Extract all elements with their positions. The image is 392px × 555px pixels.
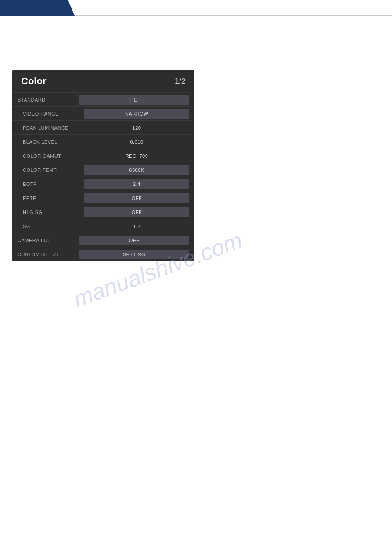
menu-row-value-container: 6500K: [84, 165, 189, 175]
menu-row[interactable]: COLOR TEMP.6500K: [12, 163, 194, 177]
menu-row[interactable]: VIDEO RANGENARROW: [12, 106, 194, 120]
menu-row-value[interactable]: REC. 709: [84, 153, 189, 159]
menu-row-label: COLOR TEMP.: [23, 167, 84, 173]
menu-row-label: BLACK LEVEL: [23, 139, 84, 145]
menu-row[interactable]: BLACK LEVEL0.010: [12, 134, 194, 149]
menu-row-value-container: NARROW: [84, 109, 189, 119]
menu-row-label: COLOR GAMUT: [23, 153, 84, 159]
menu-rows: STANDARDHDVIDEO RANGENARROWPEAK LUMINANC…: [12, 92, 194, 261]
menu-row-value-container: OFF: [79, 236, 189, 245]
menu-row-label: HLG SG: [23, 210, 84, 215]
menu-row-value-container: 120: [84, 125, 189, 131]
menu-row[interactable]: SG1.2: [12, 219, 194, 233]
menu-row-value-container: OFF: [84, 193, 189, 203]
menu-title: Color: [21, 76, 175, 87]
menu-row-label: STANDARD: [18, 97, 79, 102]
menu-row-value[interactable]: OFF: [79, 236, 189, 245]
menu-row-value-container: 2.4: [84, 179, 189, 189]
menu-row-label: EOTF: [23, 181, 84, 187]
menu-row-value-container: REC. 709: [84, 153, 189, 159]
menu-row-value[interactable]: 120: [84, 125, 189, 131]
menu-row-value[interactable]: 0.010: [84, 139, 189, 145]
menu-row-label: CUSTOM 3D LUT: [18, 252, 79, 257]
menu-row-label: CAMERA LUT: [18, 238, 79, 243]
menu-row-value[interactable]: 6500K: [84, 165, 189, 175]
menu-row-label: VIDEO RANGE: [23, 111, 84, 116]
menu-row-value[interactable]: 1.2: [84, 224, 189, 229]
menu-row-value-container: OFF: [84, 207, 189, 217]
menu-row-label: PEAK LUMINANCE: [23, 125, 84, 131]
menu-row[interactable]: STANDARDHD: [12, 92, 194, 106]
menu-row[interactable]: CUSTOM 3D LUTSETTING: [12, 247, 194, 261]
top-banner: [0, 0, 392, 16]
menu-row-value[interactable]: SETTING: [79, 250, 189, 259]
menu-panel: Color 1/2 STANDARDHDVIDEO RANGENARROWPEA…: [12, 70, 194, 261]
menu-row-value[interactable]: 2.4: [84, 179, 189, 189]
menu-row-value-container: 0.010: [84, 139, 189, 145]
menu-row-value-container: HD: [79, 95, 189, 105]
menu-row-value[interactable]: OFF: [84, 207, 189, 217]
menu-row[interactable]: EOTF2.4: [12, 177, 194, 191]
menu-row[interactable]: COLOR GAMUTREC. 709: [12, 149, 194, 163]
menu-row[interactable]: PEAK LUMINANCE120: [12, 120, 194, 134]
menu-row-value[interactable]: HD: [79, 95, 189, 105]
menu-page: 1/2: [175, 77, 186, 86]
menu-row-label: EETF: [23, 196, 84, 201]
menu-row-value-container: 1.2: [84, 224, 189, 229]
menu-row[interactable]: EETFOFF: [12, 191, 194, 205]
menu-row[interactable]: CAMERA LUTOFF: [12, 233, 194, 247]
menu-row[interactable]: HLG SGOFF: [12, 205, 194, 219]
menu-row-value[interactable]: OFF: [84, 193, 189, 203]
menu-row-value-container: SETTING: [79, 250, 189, 259]
vertical-divider: [196, 16, 196, 555]
menu-row-label: SG: [23, 224, 84, 229]
banner-blue-tab: [0, 0, 75, 16]
menu-row-value[interactable]: NARROW: [84, 109, 189, 119]
menu-header: Color 1/2: [12, 70, 194, 92]
